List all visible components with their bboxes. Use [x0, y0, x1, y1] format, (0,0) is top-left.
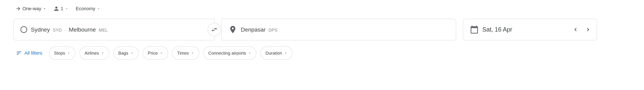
price-chip[interactable]: Price — [143, 46, 168, 60]
date-field[interactable]: Sat, 16 Apr — [463, 19, 597, 41]
origin-city: Sydney SYD · Melbourne MEL — [31, 26, 108, 33]
destination-pin-icon — [228, 25, 237, 34]
swap-button[interactable] — [208, 23, 221, 36]
next-date-button[interactable] — [582, 24, 593, 35]
trip-type-chevron-icon — [43, 7, 46, 10]
calendar-icon — [470, 25, 479, 34]
prev-date-button[interactable] — [570, 24, 581, 35]
passengers-chevron-icon — [65, 7, 68, 10]
airlines-chip[interactable]: Airlines — [80, 46, 109, 60]
all-filters-label: All filters — [24, 50, 42, 56]
search-row: Sydney SYD · Melbourne MEL Denpa — [14, 19, 630, 41]
origin-dot-icon — [20, 26, 27, 33]
swap-icon — [211, 26, 218, 33]
origin-code2: MEL — [99, 28, 108, 33]
connecting-airports-label: Connecting airports — [208, 50, 246, 56]
cabin-class-label: Economy — [76, 6, 96, 11]
filter-row: All filters Stops Airlines Bags Price — [14, 46, 630, 60]
duration-chevron-icon — [284, 51, 288, 55]
price-label: Price — [148, 50, 158, 56]
origin-separator: · — [65, 28, 66, 33]
origin-code: SYD — [53, 28, 62, 33]
airlines-chevron-icon — [101, 51, 104, 55]
passengers-button[interactable]: 1 — [52, 5, 70, 13]
chevron-left-icon — [572, 26, 579, 33]
trip-type-button[interactable]: One-way — [14, 5, 48, 13]
duration-chip[interactable]: Duration — [260, 46, 292, 60]
times-label: Times — [177, 50, 189, 56]
destination-code: DPS — [268, 28, 278, 33]
bags-chevron-icon — [130, 51, 134, 55]
connecting-airports-chip[interactable]: Connecting airports — [203, 46, 256, 60]
trip-options-row: One-way 1 Economy — [14, 5, 630, 13]
price-chevron-icon — [160, 51, 163, 55]
bags-label: Bags — [118, 50, 128, 56]
all-filters-button[interactable]: All filters — [14, 49, 45, 57]
cabin-class-button[interactable]: Economy — [74, 5, 102, 13]
destination-city: Denpasar DPS — [241, 26, 278, 33]
arrow-right-icon — [16, 6, 21, 11]
destination-field[interactable]: Denpasar DPS — [221, 19, 456, 41]
times-chevron-icon — [191, 51, 194, 55]
stops-chip[interactable]: Stops — [49, 46, 76, 60]
bags-chip[interactable]: Bags — [113, 46, 139, 60]
times-chip[interactable]: Times — [172, 46, 199, 60]
stops-chevron-icon — [67, 51, 70, 55]
person-icon — [54, 6, 59, 11]
origin-field[interactable]: Sydney SYD · Melbourne MEL — [14, 19, 214, 40]
date-label: Sat, 16 Apr — [482, 26, 512, 33]
filter-icon — [16, 50, 22, 56]
main-container: One-way 1 Economy — [0, 0, 644, 90]
duration-label: Duration — [266, 50, 282, 56]
airlines-label: Airlines — [84, 50, 99, 56]
cabin-class-chevron-icon — [97, 7, 100, 10]
origin-field-wrapper[interactable]: Sydney SYD · Melbourne MEL — [14, 19, 215, 41]
connecting-airports-chevron-icon — [248, 51, 252, 55]
trip-type-label: One-way — [22, 6, 41, 11]
chevron-right-icon — [585, 26, 591, 33]
stops-label: Stops — [54, 50, 65, 56]
date-navigation — [570, 24, 593, 35]
passengers-label: 1 — [61, 6, 64, 11]
